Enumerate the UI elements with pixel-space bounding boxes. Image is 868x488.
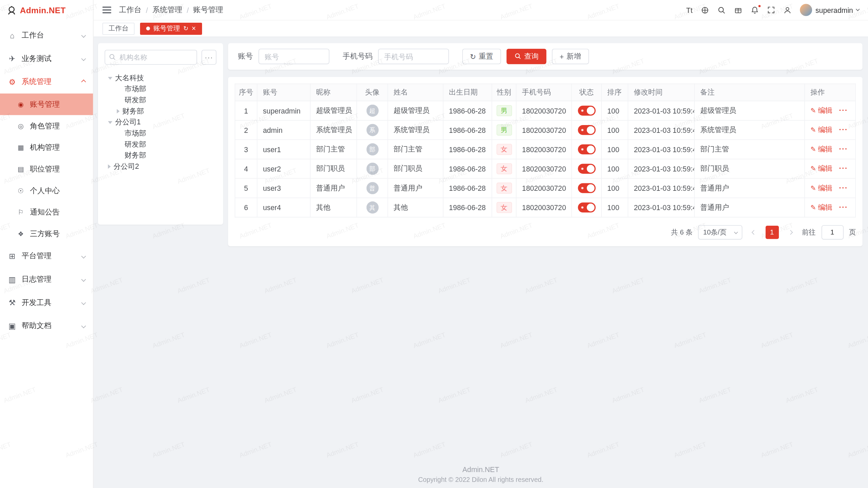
tree-node[interactable]: 市场部 <box>105 128 217 139</box>
caret-right-icon[interactable] <box>117 109 119 114</box>
tree-node[interactable]: 财务部 <box>105 106 217 117</box>
sidebar-item-label: 角色管理 <box>30 121 60 131</box>
breadcrumb-item[interactable]: 账号管理 <box>193 5 223 15</box>
tree-node[interactable]: 财务部 <box>105 150 217 161</box>
sidebar-item-position-management[interactable]: ▤ 职位管理 <box>0 158 93 180</box>
breadcrumb-item[interactable]: 工作台 <box>119 5 141 15</box>
page-size-select[interactable]: 10条/页 <box>698 225 742 239</box>
edit-button[interactable]: ✎ 编辑 <box>810 106 832 114</box>
tree-node[interactable]: 大名科技 <box>105 73 217 84</box>
gear-icon: ⚙ <box>8 78 17 86</box>
sidebar-item-third-party-account[interactable]: ❖ 三方账号 <box>0 223 93 245</box>
menu-collapse-icon[interactable] <box>102 7 111 14</box>
font-size-icon[interactable]: Tt <box>686 6 693 14</box>
notification-bell-icon[interactable] <box>751 6 759 14</box>
status-toggle[interactable] <box>578 144 595 154</box>
phone-input[interactable] <box>378 49 449 64</box>
tree-node-label: 研发部 <box>124 95 146 105</box>
close-icon[interactable]: × <box>192 25 196 32</box>
cell-nickname: 部门职员 <box>310 159 357 178</box>
logo: Admin.NET <box>0 0 93 20</box>
edit-button[interactable]: ✎ 编辑 <box>810 126 832 134</box>
tree-node[interactable]: 分公司2 <box>105 161 217 172</box>
cell-avatar: 部 <box>357 140 388 159</box>
refresh-icon[interactable]: ↻ <box>183 25 188 32</box>
caret-down-icon[interactable] <box>108 121 112 124</box>
tab-label: 工作台 <box>108 24 129 33</box>
edit-button[interactable]: ✎ 编辑 <box>810 145 832 153</box>
tab-account-management[interactable]: 账号管理 ↻ × <box>140 22 202 35</box>
sidebar-item-workbench[interactable]: ⌂ 工作台 <box>0 24 93 47</box>
sidebar-item-dev-tools[interactable]: ⚒ 开发工具 <box>0 291 93 314</box>
tree-node[interactable]: 研发部 <box>105 95 217 106</box>
logo-icon <box>7 5 17 15</box>
status-toggle[interactable] <box>578 106 595 116</box>
logo-text: Admin.NET <box>20 5 66 15</box>
query-bar: 账号 手机号码 ↻ 重置 查询 + <box>228 43 863 69</box>
cell-account: user3 <box>257 179 310 198</box>
row-more-button[interactable]: ··· <box>839 184 848 192</box>
add-button[interactable]: + 新增 <box>552 49 589 64</box>
tree-more-button[interactable]: ··· <box>201 50 216 65</box>
cell-account: admin <box>257 120 310 140</box>
goto-page-input[interactable] <box>821 225 843 239</box>
sidebar-item-system-management[interactable]: ⚙ 系统管理 <box>0 70 93 94</box>
breadcrumb-item[interactable]: 系统管理 <box>152 5 182 15</box>
sidebar-item-role-management[interactable]: ◎ 角色管理 <box>0 115 93 137</box>
row-more-button[interactable]: ··· <box>839 203 848 211</box>
gift-icon[interactable] <box>734 6 742 14</box>
cell-status <box>572 101 601 120</box>
user-menu[interactable]: superadmin <box>800 4 859 16</box>
status-toggle[interactable] <box>578 203 595 212</box>
tree-node[interactable]: 分公司1 <box>105 117 217 128</box>
edit-icon: ✎ <box>810 165 816 173</box>
tree-node[interactable]: 市场部 <box>105 84 217 95</box>
tab-workbench[interactable]: 工作台 <box>102 22 135 35</box>
row-more-button[interactable]: ··· <box>839 106 848 114</box>
app-window: Admin.NET ⌂ 工作台 ✈ 业务测试 ⚙ 系统管理 ◉ 账号管理 <box>0 0 868 488</box>
chevron-down-icon <box>856 7 860 11</box>
next-page-button[interactable] <box>784 226 796 239</box>
row-more-button[interactable]: ··· <box>839 164 848 172</box>
cell-modified-time: 2023-01-03 10:59:44 <box>628 101 694 120</box>
user-icon[interactable] <box>783 6 791 14</box>
row-more-button[interactable]: ··· <box>839 126 848 134</box>
search-icon[interactable] <box>717 6 726 14</box>
col-nickname: 昵称 <box>310 84 357 101</box>
status-toggle[interactable] <box>578 125 595 135</box>
status-toggle[interactable] <box>578 164 595 174</box>
sidebar-item-platform-management[interactable]: ⊞ 平台管理 <box>0 245 93 268</box>
account-input[interactable] <box>258 49 329 64</box>
username: superadmin <box>815 6 853 14</box>
fullscreen-icon[interactable] <box>767 6 775 14</box>
edit-button[interactable]: ✎ 编辑 <box>810 164 832 172</box>
search-icon <box>108 53 116 63</box>
sidebar-item-account-management[interactable]: ◉ 账号管理 <box>0 94 93 115</box>
sidebar-item-business-test[interactable]: ✈ 业务测试 <box>0 47 93 70</box>
breadcrumb-separator: / <box>187 6 189 14</box>
search-button[interactable]: 查询 <box>507 49 547 64</box>
page-number-button[interactable]: 1 <box>765 226 778 239</box>
cell-phone: 18020030720 <box>516 120 571 140</box>
gender-badge: 女 <box>496 183 512 194</box>
caret-down-icon[interactable] <box>108 77 112 79</box>
sidebar-item-notice[interactable]: ⚐ 通知公告 <box>0 201 93 223</box>
sidebar-item-personal-center[interactable]: ☉ 个人中心 <box>0 180 93 202</box>
col-sort: 排序 <box>601 84 628 101</box>
edit-button[interactable]: ✎ 编辑 <box>810 203 832 211</box>
status-toggle[interactable] <box>578 183 595 193</box>
cell-status <box>572 198 601 217</box>
edit-button[interactable]: ✎ 编辑 <box>810 184 832 192</box>
sidebar-item-org-management[interactable]: ▦ 机构管理 <box>0 137 93 158</box>
tree-node[interactable]: 研发部 <box>105 139 217 150</box>
caret-right-icon[interactable] <box>108 164 111 169</box>
table-header-row: 序号 账号 昵称 头像 姓名 出生日期 性别 手机号码 状态 排序 修改时间 <box>235 84 855 101</box>
language-icon[interactable] <box>701 6 709 14</box>
reset-button[interactable]: ↻ 重置 <box>462 49 501 64</box>
cell-index: 5 <box>235 179 257 198</box>
sidebar-item-log-management[interactable]: ▥ 日志管理 <box>0 268 93 291</box>
row-more-button[interactable]: ··· <box>839 145 848 153</box>
org-search-input[interactable] <box>105 50 197 65</box>
sidebar-item-help-docs[interactable]: ▣ 帮助文档 <box>0 314 93 338</box>
prev-page-button[interactable] <box>748 226 760 239</box>
